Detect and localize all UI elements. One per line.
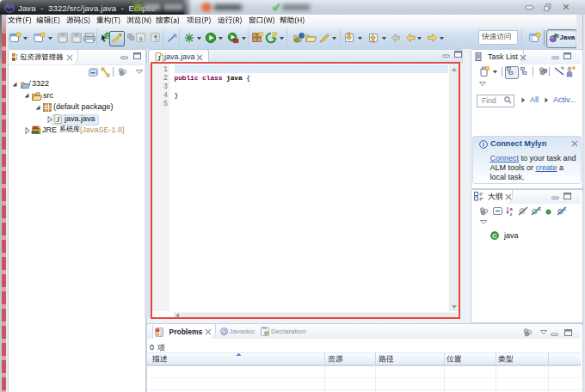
svg-text:@: @: [221, 328, 227, 334]
svg-text:z: z: [510, 211, 513, 216]
svg-text:¶: ¶: [154, 34, 157, 42]
svg-text:C: C: [492, 232, 497, 240]
svg-text:u: u: [139, 34, 143, 42]
svg-text:J: J: [56, 116, 59, 124]
